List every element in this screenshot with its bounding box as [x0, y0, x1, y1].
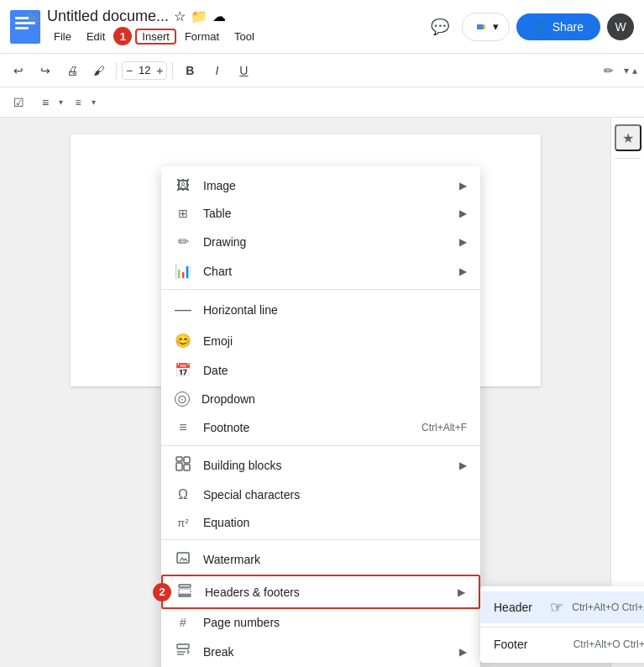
- menu-item-table[interactable]: ⊞ Table ▶: [161, 200, 480, 227]
- menu-item-page-numbers[interactable]: # Page numbers: [161, 609, 480, 636]
- menu-format[interactable]: Format: [178, 29, 226, 45]
- step-badge-1: 1: [113, 27, 132, 45]
- topbar: Untitled docume... ☆ 📁 ☁ File Edit 1 Ins…: [0, 0, 644, 54]
- toolbar-right-arrow[interactable]: ▾: [624, 65, 629, 76]
- bullet-arrow[interactable]: ▾: [59, 97, 63, 107]
- svg-rect-9: [176, 457, 182, 461]
- topbar-right: 💬 ▾ 👤 Share W: [425, 12, 634, 42]
- print-btn[interactable]: 🖨: [60, 59, 84, 82]
- table-arrow: ▶: [459, 207, 467, 219]
- watermark-icon: [175, 550, 191, 568]
- menu-item-watermark[interactable]: Watermark: [161, 544, 480, 575]
- undo-btn[interactable]: ↩: [7, 59, 30, 82]
- meet-btn[interactable]: ▾: [462, 13, 510, 41]
- move-icon[interactable]: 📁: [191, 8, 207, 24]
- break-arrow: ▶: [459, 646, 467, 658]
- date-label: Date: [203, 364, 467, 377]
- paint-format-btn[interactable]: 🖌: [87, 59, 111, 82]
- numbered-arrow[interactable]: ▾: [92, 97, 96, 107]
- share-btn[interactable]: 👤 Share: [516, 13, 600, 40]
- doc-info: Untitled docume... ☆ 📁 ☁ File Edit 1 Ins…: [47, 8, 418, 45]
- doc-icon: [10, 10, 40, 44]
- header-shortcut: Ctrl+Alt+O Ctrl+Alt+H: [572, 601, 644, 613]
- footnote-label: Footnote: [203, 421, 410, 434]
- table-label: Table: [203, 207, 448, 220]
- menu-item-horizontal-line[interactable]: — Horizontal line: [161, 293, 480, 326]
- toolbar-collapse-btn[interactable]: ▴: [632, 65, 637, 76]
- menu-item-emoji[interactable]: 😊 Emoji: [161, 326, 480, 355]
- menu-sep-3: [161, 539, 480, 540]
- menu-item-chart[interactable]: 📊 Chart ▶: [161, 256, 480, 286]
- chart-label: Chart: [203, 265, 448, 278]
- share-icon: 👤: [533, 20, 547, 34]
- font-size-increase[interactable]: +: [156, 64, 163, 77]
- star-icon[interactable]: ☆: [174, 8, 186, 24]
- checklist-btn[interactable]: ☑: [7, 91, 30, 114]
- cursor-icon: ☞: [550, 598, 563, 617]
- meet-icon: [473, 18, 490, 35]
- submenu-item-footer[interactable]: Footer Ctrl+Alt+O Ctrl+Alt+F: [480, 631, 644, 658]
- special-chars-icon: Ω: [175, 487, 191, 502]
- equation-icon: π²: [175, 517, 191, 529]
- font-size-value[interactable]: 12: [134, 64, 154, 76]
- bullet-list-btn[interactable]: ≡: [34, 91, 57, 114]
- numbered-list-btn[interactable]: ≡: [66, 91, 90, 114]
- underline-btn[interactable]: U: [232, 59, 255, 82]
- menu-item-building-blocks[interactable]: Building blocks ▶: [161, 449, 480, 481]
- menu-file[interactable]: File: [47, 29, 78, 45]
- menu-item-dropdown[interactable]: ⊙ Dropdown: [161, 385, 480, 413]
- menu-tool[interactable]: Tool: [228, 29, 261, 45]
- menu-item-equation[interactable]: π² Equation: [161, 509, 480, 536]
- building-blocks-arrow: ▶: [459, 460, 467, 471]
- svg-rect-11: [184, 465, 190, 470]
- doc-title-icons: ☆ 📁 ☁: [174, 8, 226, 24]
- building-blocks-label: Building blocks: [203, 459, 448, 472]
- cloud-icon[interactable]: ☁: [212, 8, 226, 24]
- redo-btn[interactable]: ↪: [34, 59, 57, 82]
- share-label: Share: [552, 20, 584, 34]
- panel-star-btn[interactable]: ★: [615, 124, 641, 151]
- svg-rect-2: [15, 22, 35, 24]
- font-size-control[interactable]: − 12 +: [122, 61, 167, 80]
- menu-sep-1: [161, 289, 480, 290]
- menu-edit[interactable]: Edit: [80, 29, 112, 45]
- edit-pencil-btn[interactable]: ✏: [597, 59, 620, 82]
- insert-dropdown-menu: 🖼 Image ▶ ⊞ Table ▶ ✏ Drawing ▶ 📊 Chart …: [161, 166, 480, 667]
- main: ★ 🖼 Image ▶ ⊞ Table ▶ ✏ Drawing ▶ 📊 Char…: [0, 118, 644, 667]
- comments-btn[interactable]: 💬: [425, 12, 455, 42]
- svg-rect-3: [15, 27, 29, 29]
- hline-label: Horizontal line: [203, 303, 467, 317]
- menu-item-special-chars[interactable]: Ω Special characters: [161, 481, 480, 509]
- user-avatar[interactable]: W: [607, 13, 634, 40]
- submenu-sep: [480, 627, 644, 628]
- menu-item-drawing[interactable]: ✏ Drawing ▶: [161, 227, 480, 256]
- special-chars-label: Special characters: [203, 488, 467, 502]
- bold-btn[interactable]: B: [178, 59, 202, 82]
- drawing-label: Drawing: [203, 235, 448, 249]
- menu-insert[interactable]: Insert: [135, 29, 176, 45]
- drawing-arrow: ▶: [459, 236, 467, 248]
- panel-divider: [615, 158, 641, 159]
- menu-item-image[interactable]: 🖼 Image ▶: [161, 171, 480, 200]
- menu-item-footnote[interactable]: ≡ Footnote Ctrl+Alt+F: [161, 413, 480, 442]
- break-icon: [175, 643, 191, 660]
- equation-label: Equation: [203, 516, 467, 529]
- table-icon: ⊞: [175, 207, 191, 220]
- toolbar2: ☑ ≡ ▾ ≡ ▾: [0, 87, 644, 118]
- menu-item-headers-footers[interactable]: 2 Headers & footers ▶: [161, 575, 480, 609]
- italic-btn[interactable]: I: [205, 59, 228, 82]
- headers-footers-icon: [176, 583, 193, 601]
- menu-item-date[interactable]: 📅 Date: [161, 355, 480, 385]
- toolbar-divider-1: [116, 62, 117, 79]
- submenu-item-header[interactable]: Header ☞ Ctrl+Alt+O Ctrl+Alt+H: [480, 591, 644, 623]
- font-size-decrease[interactable]: −: [126, 64, 133, 77]
- menu-item-break[interactable]: Break ▶: [161, 636, 480, 667]
- svg-rect-8: [176, 463, 182, 470]
- menu-bar: File Edit 1 Insert Format Tool: [47, 27, 418, 45]
- svg-rect-12: [177, 553, 189, 563]
- header-label: Header: [494, 601, 538, 614]
- toolbar: ↩ ↪ 🖨 🖌 − 12 + B I U ✏ ▾ ▴: [0, 54, 644, 87]
- headers-footers-label: Headers & footers: [205, 586, 446, 599]
- doc-title[interactable]: Untitled docume...: [47, 8, 169, 25]
- chart-arrow: ▶: [459, 265, 467, 277]
